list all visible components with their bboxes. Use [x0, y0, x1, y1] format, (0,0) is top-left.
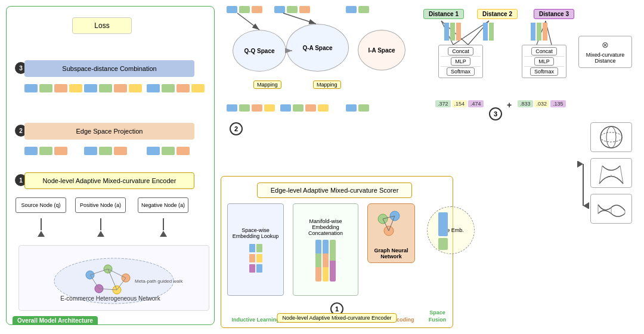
svg-rect-26 — [450, 23, 455, 41]
space-wise-lookup: Space-wise Embedding Lookup — [227, 203, 284, 296]
scorer-label-text: Edge-level Adaptive Mixed-curvature Scor… — [271, 187, 399, 194]
manifold-arrow — [577, 161, 589, 209]
step1-box: Node-level Adaptive Mixed-curvature Enco… — [24, 172, 194, 189]
multiply-symbol: ⊗ — [581, 40, 629, 50]
arrow-positive — [97, 218, 104, 237]
score1-3: .474 — [468, 100, 484, 107]
hyperboloid-icon — [590, 158, 632, 188]
step1-label: Node-level Adaptive Mixed-curvature Enco… — [43, 177, 177, 184]
concat-label1: Concat — [448, 47, 473, 55]
svg-rect-30 — [531, 23, 535, 41]
step1-number: 1 — [19, 177, 23, 184]
block-blue2 — [84, 84, 97, 92]
source-node-label: Source Node (q) — [21, 202, 60, 208]
svg-line-15 — [237, 13, 259, 30]
svg-rect-27 — [456, 23, 461, 41]
mapping-label-2: Mapping — [313, 81, 341, 89]
step3-box: Subspace-distance Combination — [24, 60, 194, 77]
badge2: 2 — [230, 122, 243, 135]
left-panel-label: Overall Model Architecture — [13, 316, 98, 325]
emb-blocks-row1 — [24, 84, 82, 92]
badge1-text: 1 — [335, 305, 339, 313]
manifold-blocks — [315, 240, 336, 282]
block-orange2 — [114, 84, 127, 92]
fuse-box: Fuse Emb. — [427, 206, 475, 254]
score2-2: .032 — [534, 100, 550, 107]
svg-point-40 — [600, 132, 622, 142]
block-green2 — [99, 84, 112, 92]
scorer-box: Edge-level Adaptive Mixed-curvature Scor… — [257, 183, 412, 198]
block-blue3 — [147, 84, 160, 92]
block-blue1 — [24, 84, 38, 92]
arrow-source — [38, 218, 45, 237]
diagram-container: Loss 3 Subspace-distance Combination — [0, 0, 644, 334]
manifold-wise-text: Manifold-wise Embedding Concatenation — [296, 218, 355, 236]
mixed-label-text: Mixed-curvature Distance — [586, 52, 625, 64]
step2-label: Edge Space Projection — [76, 128, 143, 135]
svg-rect-31 — [537, 23, 541, 41]
spacefusion-label: Space Fusion — [424, 308, 451, 323]
softmax-label1: Softmax — [447, 67, 475, 76]
score1-1: .372 — [435, 100, 451, 107]
saddle-svg — [595, 196, 628, 222]
loss-box: Loss — [72, 17, 132, 34]
inductive-label: Inductive Learning — [227, 316, 284, 323]
left-panel: Loss 3 Subspace-distance Combination — [6, 6, 215, 325]
emb-blocks-row4 — [24, 147, 67, 155]
negative-node-box: Negative Node (a) — [138, 197, 188, 213]
middle-arrows-svg — [227, 6, 411, 173]
ops-group2: Concat MLP Softmax — [522, 45, 566, 78]
mlp-label1: MLP — [451, 57, 470, 66]
manifold-wise-concat: Manifold-wise Embedding Concatenation — [293, 203, 358, 296]
space-wise-text: Space-wise Embedding Lookup — [230, 227, 281, 239]
loss-label: Loss — [94, 21, 109, 30]
svg-rect-29 — [489, 23, 494, 41]
encoder-label: Node-level Adaptive Mixed-curvature Enco… — [277, 313, 397, 323]
concat-label2: Concat — [531, 47, 557, 55]
manifold-icons-panel — [584, 119, 638, 227]
saddle-icon — [590, 194, 632, 224]
emb-blocks-row5 — [84, 147, 127, 155]
bottom-blocks1 — [227, 104, 275, 112]
lookup-blocks — [249, 244, 262, 273]
mapping-label-1: Mapping — [253, 81, 281, 89]
emb-blocks-row2 — [84, 84, 142, 92]
emb-blocks-row6 — [147, 147, 190, 155]
svg-line-16 — [283, 13, 316, 24]
double-arrow-svg — [577, 161, 589, 209]
sphere-svg — [596, 125, 626, 149]
source-node-box: Source Node (q) — [16, 197, 66, 213]
mapping2-text: Mapping — [317, 82, 338, 88]
scores1-row: .372 .154 .474 — [435, 100, 484, 107]
mapping1-text: Mapping — [257, 82, 278, 88]
badge2-text: 2 — [234, 125, 238, 132]
block-green3 — [162, 84, 175, 92]
middle-bottom-panel: Edge-level Adaptive Mixed-curvature Scor… — [221, 176, 453, 328]
block-green1 — [39, 84, 52, 92]
block-orange1 — [54, 84, 67, 92]
negative-node-label: Negative Node (a) — [141, 202, 185, 208]
badge3-text: 3 — [494, 110, 497, 117]
encoder-label-text: Node-level Adaptive Mixed-curvature Enco… — [282, 315, 391, 321]
svg-rect-32 — [543, 23, 547, 41]
step2-number: 2 — [19, 128, 23, 134]
plus-sign: + — [507, 100, 512, 110]
positive-node-box: Positive Node (a) — [75, 197, 126, 213]
mixed-distance-box: ⊗ Mixed-curvature Distance — [578, 36, 632, 68]
positive-node-label: Positive Node (a) — [80, 202, 121, 208]
emb-blocks-row3 — [147, 84, 205, 92]
sphere-icon — [590, 122, 632, 152]
block-yellow2 — [129, 84, 142, 92]
bottom-blocks2 — [280, 104, 329, 112]
inductive-text: Inductive Learning — [231, 317, 279, 323]
block-yellow3 — [191, 84, 205, 92]
svg-point-41 — [606, 126, 616, 148]
score2-3: .135 — [550, 100, 566, 107]
middle-top-panel: Q-Q Space Q-A Space I-A Space — [227, 6, 411, 173]
gnn-box: Graph Neural Network — [367, 203, 415, 263]
hyperboloid-svg — [596, 160, 626, 187]
arrow-negative — [160, 218, 167, 237]
step3-number: 3 — [19, 65, 23, 72]
network-title: E-commerce Heterogeneous Network — [60, 295, 160, 302]
badge3: 3 — [489, 107, 502, 120]
